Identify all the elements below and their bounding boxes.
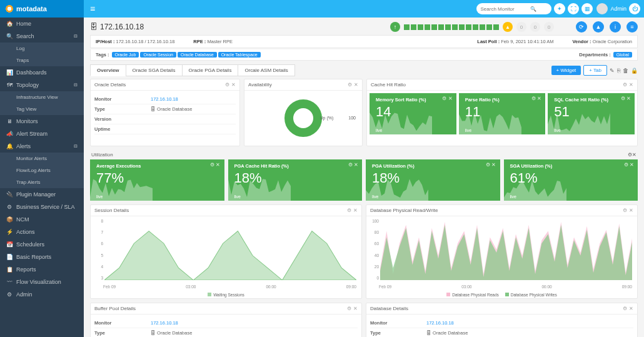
sidebar-label: Dashboards (16, 69, 47, 76)
tab[interactable]: Oracle SGA Details (126, 64, 183, 76)
grid-icon[interactable]: ▦ (581, 3, 593, 14)
add-widget-button[interactable]: + Widget (551, 66, 581, 75)
close-icon[interactable]: ✕ (629, 208, 633, 213)
copy-icon[interactable]: ⎘ (617, 68, 620, 74)
sidebar-item[interactable]: 📅Schedulers (0, 238, 84, 251)
alert-count-1[interactable]: 0 (516, 22, 526, 32)
tab[interactable]: Overview (90, 64, 126, 76)
sidebar-item[interactable]: 📊Dashboards (0, 66, 84, 79)
gear-icon[interactable]: ⚙ (623, 82, 627, 88)
close-icon[interactable]: ✕ (629, 306, 633, 311)
sidebar-icon: ⚙ (6, 291, 13, 298)
tab[interactable]: Oracle PGA Details (182, 64, 239, 76)
sidebar-label: Business Service / SLA (16, 204, 75, 210)
sidebar-item[interactable]: 🏠Home (0, 18, 84, 30)
brand-logo[interactable]: motadata (0, 0, 84, 18)
tabs-row: OverviewOracle SGA DetailsOracle PGA Det… (90, 64, 638, 76)
gear-icon[interactable]: ⚙ (225, 82, 229, 88)
sidebar-subitem[interactable]: Trap Alerts (0, 176, 84, 188)
close-icon[interactable]: ✕ (629, 82, 633, 88)
sidebar-subitem[interactable]: Tag View (0, 103, 84, 115)
gear-icon[interactable]: ⚙ (628, 152, 632, 158)
close-icon[interactable]: ✕ (632, 152, 636, 158)
gear-icon[interactable]: ⚙ ✕ (442, 96, 452, 101)
sidebar-subitem[interactable]: Flow/Log Alerts (0, 164, 84, 176)
compass-icon[interactable]: ✦ (554, 3, 565, 14)
lock-icon[interactable]: 🔒 (631, 68, 638, 74)
sidebar-item[interactable]: 📦NCM (0, 213, 84, 226)
alert-warn-badge[interactable]: ▲ (503, 22, 513, 32)
info-icon[interactable]: i (610, 21, 621, 33)
sidebar-item[interactable]: 🔍Search⊟ (0, 30, 84, 43)
tag[interactable]: Oracle Tablespace (218, 52, 261, 58)
sidebar-label: Actions (16, 229, 35, 235)
sidebar-icon: 🗺 (6, 82, 13, 88)
sidebar-item[interactable]: 📄Basic Reports (0, 251, 84, 263)
sidebar-item[interactable]: 📣Alert Stream (0, 128, 84, 140)
tab[interactable]: Orcale ASM Details (238, 64, 294, 76)
sidebar-label: Schedulers (16, 241, 44, 248)
close-icon[interactable]: ✕ (353, 208, 358, 213)
metric-card: Memory Sort Ratio (%)14live⚙ ✕ (370, 93, 456, 134)
sidebar-item[interactable]: 🗺Topology⊟ (0, 79, 84, 91)
tag[interactable]: Oracle Database (178, 52, 217, 58)
alert-count-2[interactable]: 0 (530, 22, 540, 32)
add-tab-button[interactable]: + Tab (583, 65, 607, 76)
table-cell: 🗄 Oracle Database (426, 330, 468, 336)
table-cell[interactable]: 172.16.10.18 (151, 320, 178, 326)
close-icon[interactable]: ✕ (231, 82, 236, 88)
sidebar: 🏠Home🔍Search⊟LogTraps📊Dashboards🗺Topolog… (0, 18, 84, 337)
gear-icon[interactable]: ⚙ (348, 82, 352, 88)
table-cell[interactable]: 172.16.10.18 (151, 96, 178, 102)
gear-icon[interactable]: ⚙ ✕ (210, 162, 220, 168)
sidebar-item[interactable]: 📋Reports (0, 263, 84, 276)
sidebar-subitem[interactable]: Traps (0, 54, 84, 66)
search-icon[interactable]: 🔍 (530, 6, 536, 12)
avatar[interactable] (596, 3, 608, 14)
menu-toggle-icon[interactable]: ≡ (90, 4, 95, 14)
gear-icon[interactable]: ⚙ ✕ (531, 96, 541, 101)
sidebar-subitem[interactable]: Infrastructure View (0, 91, 84, 103)
tag[interactable]: Oracle Session (140, 52, 176, 58)
status-up-icon[interactable]: ↑ (390, 22, 400, 32)
metric-card: PGA Utilization (%)18%live⚙ ✕ (366, 159, 500, 201)
sidebar-item[interactable]: 🔔Alerts⊟ (0, 140, 84, 153)
gear-icon[interactable]: ⚙ ✕ (486, 162, 496, 168)
main-content: 🗄 172.16.10.18 ↑ ▲ 0 0 0 ⟳ ▲ i ≡ IP/Host… (84, 18, 644, 337)
sidebar-item[interactable]: 🔌Plugin Manager (0, 188, 84, 201)
close-icon[interactable]: ✕ (353, 306, 358, 311)
sidebar-item[interactable]: 〰Flow Visualization (0, 276, 84, 288)
search-input[interactable] (480, 6, 530, 12)
sidebar-item[interactable]: ⚙Business Service / SLA (0, 201, 84, 213)
alert-count-3[interactable]: 0 (544, 22, 554, 32)
fullscreen-icon[interactable]: ⛶ (568, 3, 579, 14)
sidebar-icon: 📅 (6, 241, 13, 248)
dept-tag[interactable]: Global (613, 52, 632, 58)
sidebar-item[interactable]: 🖥Monitors (0, 115, 84, 128)
metric-card: SQL Cache Hit Ratio (%)51live⚙ ✕ (548, 93, 635, 134)
close-icon[interactable]: ✕ (354, 82, 358, 88)
delete-icon[interactable]: 🗑 (623, 68, 628, 74)
warning-icon[interactable]: ▲ (593, 21, 604, 33)
gear-icon[interactable]: ⚙ (623, 306, 627, 311)
gear-icon[interactable]: ⚙ (347, 306, 351, 311)
gear-icon[interactable]: ⚙ ✕ (624, 162, 634, 168)
menu-icon[interactable]: ≡ (626, 21, 638, 33)
gear-icon[interactable]: ⚙ (623, 208, 627, 213)
power-icon[interactable]: ⏻ (629, 3, 640, 14)
refresh-icon[interactable]: ⟳ (576, 21, 587, 33)
sidebar-subitem[interactable]: Log (0, 43, 84, 54)
sidebar-item[interactable]: ⚙Admin (0, 288, 84, 301)
username-label[interactable]: Admin (610, 6, 626, 12)
sidebar-subitem[interactable]: Monitor Alerts (0, 153, 84, 164)
gear-icon[interactable]: ⚙ (347, 208, 351, 213)
table-cell[interactable]: 172.16.10.18 (426, 320, 454, 326)
gear-icon[interactable]: ⚙ ✕ (348, 162, 358, 168)
edit-icon[interactable]: ✎ (610, 68, 615, 74)
search-input-wrap[interactable]: 🔍 (476, 3, 551, 14)
tag[interactable]: Oracle Job (112, 52, 139, 58)
sidebar-item[interactable]: ⚡Actions (0, 226, 84, 238)
gear-icon[interactable]: ⚙ ✕ (621, 96, 631, 101)
table-cell: 🗄 Oracle Database (151, 330, 192, 336)
sidebar-icon: 〰 (6, 279, 13, 285)
